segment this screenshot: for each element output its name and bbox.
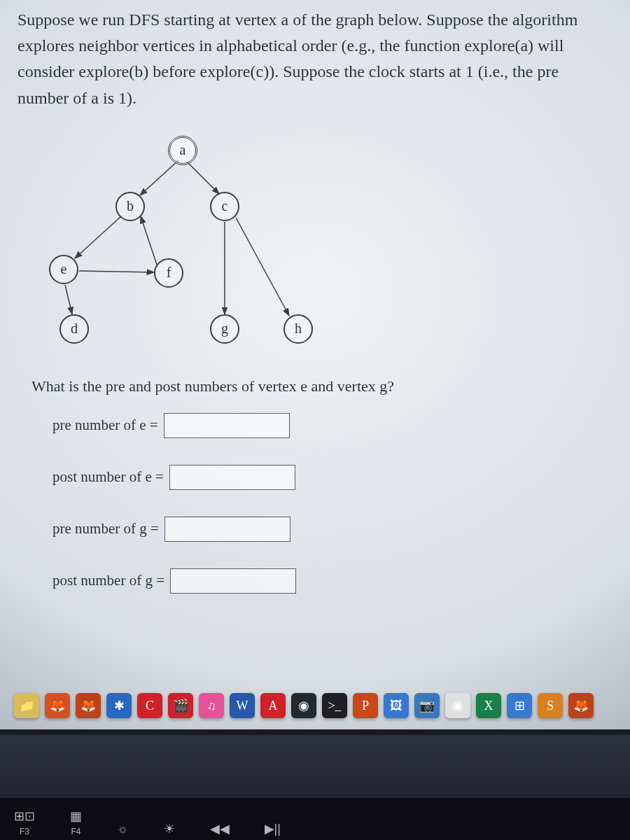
label-post-e: post number of e = (52, 468, 164, 486)
taskbar-firefox3-icon[interactable]: 🦊 (568, 693, 594, 718)
node-c: c (210, 192, 239, 221)
key-F3: ⊞⊡F3 (14, 808, 35, 836)
taskbar-excel-icon[interactable]: X (476, 693, 501, 718)
label-post-g: post number of g = (52, 572, 164, 589)
node-g: g (210, 314, 239, 344)
taskbar-powerpoint-icon[interactable]: P (353, 693, 378, 718)
input-post-g[interactable] (170, 568, 296, 594)
input-post-e[interactable] (169, 465, 295, 490)
svg-line-0 (140, 160, 178, 195)
svg-line-3 (141, 216, 158, 267)
taskbar-firefox2-icon[interactable]: 🦊 (76, 693, 101, 718)
taskbar-chrome-icon[interactable]: ◉ (445, 693, 470, 718)
taskbar-filmapp-icon[interactable]: 🎬 (168, 693, 193, 718)
answer-row-pre-g: pre number of g = (52, 517, 612, 542)
svg-line-2 (75, 216, 121, 258)
key-▶||: ▶|| (265, 821, 281, 836)
taskbar-photos-icon[interactable]: 🖼 (384, 693, 409, 718)
key-F4: ▦F4 (70, 808, 82, 836)
node-e: e (49, 255, 78, 284)
question-prompt: Suppose we run DFS starting at vertex a … (18, 7, 612, 111)
taskbar-msapp-icon[interactable]: ⊞ (507, 693, 532, 718)
taskbar-terminal-icon[interactable]: >_ (322, 693, 347, 718)
graph-diagram: a b c e f d g h (31, 132, 326, 356)
taskbar-explorer-icon[interactable]: 📁 (14, 693, 39, 718)
answer-row-pre-e: pre number of e = (52, 413, 612, 438)
node-d: d (59, 314, 89, 344)
key-☀: ☀ (164, 821, 175, 836)
keyboard-strip: ⊞⊡F3▦F4☼☀◀◀▶|| (0, 798, 630, 840)
node-b: b (115, 192, 145, 221)
taskbar-steam-icon[interactable]: ◉ (291, 693, 316, 718)
taskbar-sublime-icon[interactable]: S (538, 693, 563, 718)
node-a: a (168, 136, 197, 165)
node-f: f (154, 258, 183, 288)
taskbar-music-icon[interactable]: ♫ (199, 693, 224, 718)
answer-row-post-g: post number of g = (52, 568, 612, 594)
svg-line-5 (65, 285, 72, 314)
answer-row-post-e: post number of e = (52, 465, 612, 490)
svg-line-1 (187, 162, 219, 194)
input-pre-g[interactable] (164, 517, 290, 542)
taskbar-camera-icon[interactable]: C (137, 693, 162, 718)
svg-line-7 (236, 218, 289, 316)
key-◀◀: ◀◀ (210, 821, 230, 836)
input-pre-e[interactable] (164, 413, 290, 438)
svg-line-4 (79, 271, 154, 272)
taskbar: 📁🦊🦊✱C🎬♫WA◉>_P🖼📷◉X⊞S🦊 (14, 693, 594, 718)
label-pre-e: pre number of e = (52, 416, 158, 434)
node-h: h (284, 314, 313, 344)
taskbar-starapp-icon[interactable]: ✱ (106, 693, 132, 718)
taskbar-word-icon[interactable]: W (230, 693, 255, 718)
sub-question: What is the pre and post numbers of vert… (31, 377, 612, 396)
key-☼: ☼ (117, 822, 129, 836)
taskbar-camapp-icon[interactable]: 📷 (414, 693, 440, 718)
taskbar-firefox1-icon[interactable]: 🦊 (45, 693, 70, 718)
taskbar-acrobat-icon[interactable]: A (260, 693, 286, 718)
label-pre-g: pre number of g = (52, 520, 159, 538)
